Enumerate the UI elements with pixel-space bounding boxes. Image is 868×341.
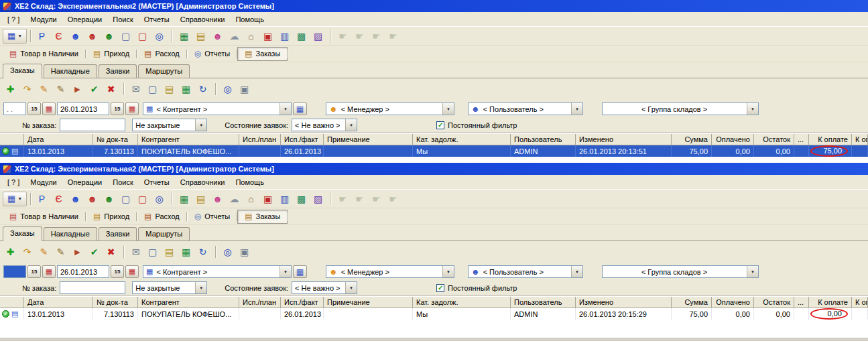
search-orders-icon[interactable]: ◎ [220, 82, 235, 96]
column-debt-category[interactable]: Кат. задолж. [413, 134, 511, 145]
add-order-icon[interactable]: ✚ [3, 245, 18, 259]
column-fact[interactable]: Исп./факт [281, 134, 324, 145]
tab-expense[interactable]: ▤ Расход [137, 47, 187, 61]
edit-lines-icon[interactable]: ✎ [53, 245, 68, 259]
column-user[interactable]: Пользователь [511, 297, 576, 308]
order-number-input[interactable] [60, 119, 125, 131]
date-to-period-button[interactable]: ▦ [125, 265, 139, 278]
delete-order-icon[interactable]: ✖ [103, 82, 119, 96]
date-from-period-button[interactable]: ▦ [42, 103, 56, 115]
contragent-table-button[interactable]: ▦ [293, 103, 307, 115]
column-contragent[interactable]: Контрагент [138, 297, 239, 308]
warehouse-group-combo[interactable]: < Группа складов > ▼ [602, 265, 759, 278]
subtab-invoices[interactable]: Накладные [44, 64, 97, 78]
contragent-dropdown-arrow[interactable]: ▼ [280, 266, 291, 277]
copy-order-icon[interactable]: ↷ [19, 82, 35, 96]
print-copies-icon[interactable]: ▣ [237, 82, 252, 96]
tab-goods-in-stock[interactable]: ▤ Товар в Наличии [2, 47, 86, 61]
menu-help-bracket[interactable]: [ ? ] [2, 176, 25, 188]
mail-icon[interactable]: ✉ [128, 245, 143, 259]
date-to-field[interactable]: 26.01.2013 [57, 265, 109, 278]
nav-down-icon[interactable]: ☛ [385, 29, 401, 44]
closed-filter-dropdown-arrow[interactable]: ▼ [195, 282, 206, 293]
column-fact[interactable]: Исп./факт [281, 297, 324, 308]
nav-forward-icon[interactable]: ☛ [352, 192, 367, 206]
tab-reports[interactable]: ◎ Отчеты [187, 210, 238, 224]
client-search-icon[interactable]: ☻ [101, 29, 117, 44]
tab-income[interactable]: ▤ Приход [86, 210, 137, 224]
date-from-period-button[interactable]: ▦ [42, 265, 56, 278]
subtab-invoices[interactable]: Накладные [44, 227, 97, 241]
contragent-dropdown-arrow[interactable]: ▼ [280, 103, 291, 115]
refresh-grid-icon[interactable]: ↻ [195, 245, 210, 259]
copy-to-clipboard-icon[interactable]: ▢ [145, 82, 160, 96]
column-modified[interactable]: Изменено [576, 134, 672, 145]
refresh-grid-icon[interactable]: ↻ [195, 82, 210, 96]
menu-reports[interactable]: Отчеты [139, 13, 175, 25]
subtab-requests[interactable]: Заявки [99, 227, 137, 241]
nav-forward-icon[interactable]: ☛ [352, 29, 367, 44]
bank-icon[interactable]: ⌂ [243, 29, 259, 44]
menu-modules[interactable]: Модули [25, 13, 62, 25]
nav-back-icon[interactable]: ☛ [335, 29, 351, 44]
request-state-combo[interactable]: < Не важно > ▼ [292, 281, 357, 294]
column-doc-number[interactable]: № док-та [93, 297, 138, 308]
column-dots[interactable]: ... [794, 297, 809, 308]
cashbox-icon[interactable]: ▣ [260, 192, 275, 206]
preview-search-icon[interactable]: ◎ [151, 192, 167, 206]
menu-operations[interactable]: Операции [62, 176, 107, 188]
column-sum[interactable]: Сумма [672, 297, 712, 308]
client-edit-icon[interactable]: ☻ [84, 192, 100, 206]
order-row[interactable]: ✓ ▤ 13.01.2013 7.130113 ПОКУПАТЕЛЬ КОФЕШ… [0, 308, 868, 320]
tab-income[interactable]: ▤ Приход [86, 47, 137, 61]
currency-rates-icon[interactable]: Є [51, 29, 66, 44]
nav-down-icon[interactable]: ☛ [385, 192, 401, 206]
column-to-pay[interactable]: К оплате [809, 134, 852, 145]
money-grid-icon[interactable]: ▩ [294, 192, 309, 206]
menu-help[interactable]: Помощь [230, 176, 269, 188]
nav-back-icon[interactable]: ☛ [335, 192, 351, 206]
nav-up-icon[interactable]: ☛ [369, 29, 384, 44]
permanent-filter-checkbox[interactable]: ✓ Постоянный фильтр [436, 121, 517, 129]
search-orders-icon[interactable]: ◎ [220, 245, 235, 259]
document-copy-icon[interactable]: ▢ [118, 192, 133, 206]
client-edit-icon[interactable]: ☻ [84, 29, 100, 44]
column-status[interactable] [0, 297, 24, 308]
column-note[interactable]: Примечание [324, 134, 413, 145]
request-state-dropdown-arrow[interactable]: ▼ [345, 119, 357, 131]
subtab-routes[interactable]: Маршруты [138, 64, 190, 78]
report-export-icon[interactable]: ▨ [310, 192, 326, 206]
client-add-icon[interactable]: ☻ [68, 29, 83, 44]
warehouse-group-combo[interactable]: < Группа складов > ▼ [602, 103, 759, 115]
menu-help-bracket[interactable]: [ ? ] [2, 13, 25, 25]
tab-orders[interactable]: ▤ Заказы [237, 210, 288, 224]
subtab-requests[interactable]: Заявки [99, 64, 137, 78]
archive-icon[interactable]: ☁ [227, 192, 242, 206]
column-user[interactable]: Пользователь [511, 134, 576, 145]
date-from-calendar-button[interactable]: 15 [27, 103, 41, 115]
modules-dropdown-button[interactable]: ▦ ▼ [3, 192, 27, 206]
column-sum[interactable]: Сумма [672, 134, 712, 145]
cashbox-icon[interactable]: ▣ [260, 29, 275, 44]
delete-order-icon[interactable]: ✖ [103, 245, 119, 259]
user-combo[interactable]: ☻ < Пользователь > ▼ [468, 103, 583, 115]
partners-icon[interactable]: ☻ [210, 29, 225, 44]
column-rest[interactable]: Остаток [754, 134, 794, 145]
column-paid[interactable]: Оплачено [712, 134, 754, 145]
price-table-icon[interactable]: ▥ [277, 192, 292, 206]
order-number-input[interactable] [60, 281, 125, 294]
client-add-icon[interactable]: ☻ [68, 192, 83, 206]
stock-table-icon[interactable]: ▦ [176, 29, 192, 44]
menu-modules[interactable]: Модули [25, 176, 62, 188]
edit-order-icon[interactable]: ✎ [36, 82, 52, 96]
request-state-dropdown-arrow[interactable]: ▼ [345, 282, 357, 293]
permanent-filter-checkbox[interactable]: ✓ Постоянный фильтр [436, 284, 517, 292]
currency-rates-icon[interactable]: Є [51, 192, 66, 206]
column-contragent[interactable]: Контрагент [138, 134, 239, 145]
menu-reports[interactable]: Отчеты [139, 176, 175, 188]
stock-table-icon[interactable]: ▦ [176, 192, 192, 206]
preview-search-icon[interactable]: ◎ [151, 29, 167, 44]
money-grid-icon[interactable]: ▩ [294, 29, 309, 44]
warehouse-group-dropdown-arrow[interactable]: ▼ [747, 266, 758, 277]
menu-search[interactable]: Поиск [107, 13, 138, 25]
